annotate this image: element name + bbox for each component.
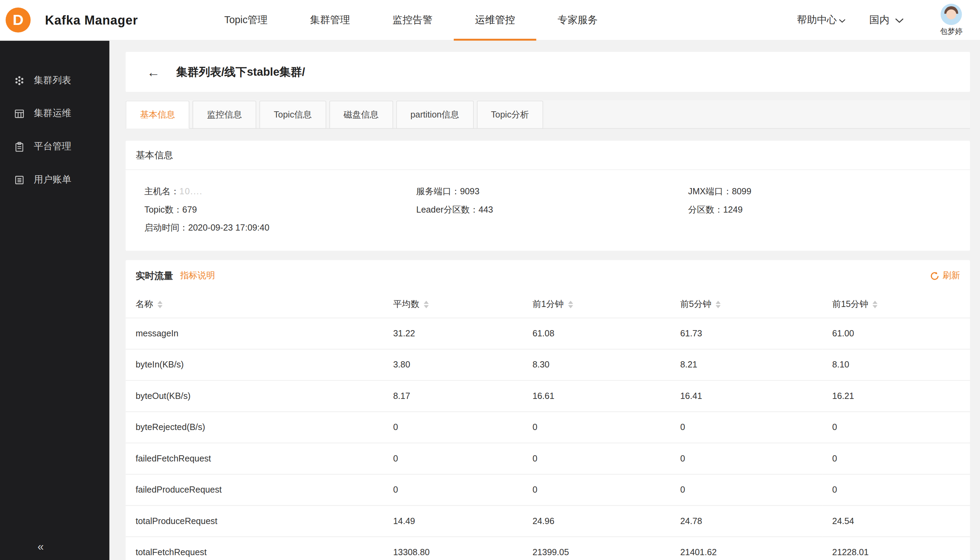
sidebar-item-label: 集群列表 — [34, 74, 72, 86]
sidebar-item-cluster-list[interactable]: 集群列表 — [0, 63, 110, 97]
page-title: 集群列表/线下stable集群/ — [176, 64, 305, 79]
app-logo[interactable]: D — [5, 8, 30, 32]
realtime-traffic-title: 实时流量 — [135, 270, 173, 282]
metric-name: totalProduceRequest — [126, 505, 383, 536]
header-right: 帮助中心 国内 包梦婷 — [797, 3, 962, 37]
sidebar-item-label: 用户账单 — [34, 174, 72, 186]
cluster-ops-icon — [14, 108, 25, 119]
username: 包梦婷 — [940, 26, 962, 37]
tab-partition-info[interactable]: partition信息 — [396, 101, 473, 128]
help-center-link[interactable]: 帮助中心 — [797, 13, 845, 27]
basic-info-card-title: 基本信息 — [126, 141, 970, 170]
app-title: Kafka Manager — [45, 13, 138, 27]
column-header-last-5min[interactable]: 前5分钟 — [671, 292, 822, 318]
nav-item-ops[interactable]: 运维管控 — [454, 0, 536, 40]
collapse-icon: « — [38, 540, 44, 553]
sort-icon[interactable] — [872, 301, 877, 308]
top-nav: Topic管理 集群管理 监控告警 运维管控 专家服务 — [203, 0, 619, 40]
column-header-average[interactable]: 平均数 — [383, 292, 522, 318]
metric-name: totalFetchRequest — [126, 537, 383, 560]
basic-info-card: 基本信息 主机名：10.... 服务端口：9093 JMX端口：8099 Top… — [126, 141, 970, 251]
metric-name: byteRejected(B/s) — [126, 412, 383, 442]
metric-explanation-link[interactable]: 指标说明 — [180, 270, 215, 282]
nav-item-cluster[interactable]: 集群管理 — [289, 0, 371, 40]
tab-disk-info[interactable]: 磁盘信息 — [329, 101, 393, 128]
back-arrow-icon[interactable]: ← — [147, 65, 160, 78]
tab-basic-info[interactable]: 基本信息 — [126, 101, 190, 128]
main-content: ← 集群列表/线下stable集群/ 基本信息 监控信息 Topic信息 磁盘信… — [110, 41, 980, 560]
column-header-name[interactable]: 名称 — [126, 292, 383, 318]
sort-icon[interactable] — [568, 301, 573, 308]
sort-icon[interactable] — [424, 301, 429, 308]
nav-item-topic[interactable]: Topic管理 — [203, 0, 288, 40]
avatar[interactable] — [941, 3, 962, 25]
sidebar-item-label: 平台管理 — [34, 141, 72, 152]
field-topic-count: Topic数：679 — [145, 201, 416, 219]
app-window: D Kafka Manager Topic管理 集群管理 监控告警 运维管控 专… — [0, 0, 980, 560]
platform-admin-icon — [14, 141, 25, 152]
region-select[interactable]: 国内 — [869, 13, 903, 27]
nav-item-monitor[interactable]: 监控告警 — [371, 0, 454, 40]
metric-name: byteIn(KB/s) — [126, 349, 383, 380]
region-label: 国内 — [869, 13, 890, 27]
tab-bar: 基本信息 监控信息 Topic信息 磁盘信息 partition信息 Topic… — [126, 100, 970, 128]
table-row: totalFetchRequest 13308.80 21399.05 2140… — [126, 537, 970, 560]
sidebar-item-cluster-ops[interactable]: 集群运维 — [0, 97, 110, 130]
field-service-port: 服务端口：9093 — [416, 183, 688, 200]
table-row: byteIn(KB/s) 3.80 8.30 8.21 8.10 — [126, 349, 970, 380]
chevron-down-icon — [895, 15, 903, 26]
realtime-traffic-card: 实时流量 指标说明 刷新 — [126, 260, 970, 560]
metric-name: byteOut(KB/s) — [126, 380, 383, 412]
refresh-label: 刷新 — [942, 270, 960, 282]
table-row: failedFetchRequest 0 0 0 0 — [126, 443, 970, 474]
refresh-icon — [930, 271, 939, 280]
field-hostname: 主机名：10.... — [145, 183, 416, 200]
table-row: totalProduceRequest 14.49 24.96 24.78 24… — [126, 505, 970, 536]
cluster-list-icon — [14, 75, 25, 86]
nav-item-expert[interactable]: 专家服务 — [536, 0, 619, 40]
table-header-row: 名称 平均数 前1分钟 前5分钟 — [126, 292, 970, 318]
field-partition-count: 分区数：1249 — [688, 201, 960, 219]
breadcrumb-card: ← 集群列表/线下stable集群/ — [126, 52, 970, 92]
tab-topic-info[interactable]: Topic信息 — [260, 101, 326, 128]
help-center-label: 帮助中心 — [797, 13, 837, 27]
sidebar: 集群列表 集群运维 — [0, 41, 110, 560]
sidebar-menu: 集群列表 集群运维 — [0, 41, 110, 196]
sidebar-item-platform-admin[interactable]: 平台管理 — [0, 130, 110, 163]
field-leader-partitions: Leader分区数：443 — [416, 201, 688, 219]
tab-monitor-info[interactable]: 监控信息 — [193, 101, 256, 128]
field-start-time: 启动时间：2020-09-23 17:09:40 — [145, 219, 416, 237]
sidebar-item-user-bill[interactable]: 用户账单 — [0, 163, 110, 196]
sort-icon[interactable] — [158, 301, 162, 308]
realtime-traffic-header: 实时流量 指标说明 刷新 — [126, 260, 970, 291]
user-profile[interactable]: 包梦婷 — [940, 3, 962, 37]
table-row: messageIn 31.22 61.08 61.73 61.00 — [126, 318, 970, 349]
sort-icon[interactable] — [715, 301, 720, 308]
metric-name: failedFetchRequest — [126, 443, 383, 474]
top-header: D Kafka Manager Topic管理 集群管理 监控告警 运维管控 专… — [0, 0, 980, 41]
table-row: failedProduceRequest 0 0 0 0 — [126, 474, 970, 505]
table-row: byteRejected(B/s) 0 0 0 0 — [126, 412, 970, 442]
column-header-last-15min[interactable]: 前15分钟 — [822, 292, 970, 318]
basic-info-grid: 主机名：10.... 服务端口：9093 JMX端口：8099 Topic数：6… — [126, 170, 970, 237]
column-header-last-1min[interactable]: 前1分钟 — [522, 292, 671, 318]
metric-name: messageIn — [126, 318, 383, 349]
chevron-down-icon — [839, 15, 845, 26]
sidebar-item-label: 集群运维 — [34, 108, 72, 119]
metric-name: failedProduceRequest — [126, 474, 383, 505]
table-row: byteOut(KB/s) 8.17 16.61 16.41 16.21 — [126, 380, 970, 412]
user-bill-icon — [14, 174, 25, 186]
tab-topic-analysis[interactable]: Topic分析 — [476, 101, 543, 128]
metrics-table: 名称 平均数 前1分钟 前5分钟 — [126, 292, 970, 560]
field-jmx-port: JMX端口：8099 — [688, 183, 960, 200]
refresh-button[interactable]: 刷新 — [930, 270, 960, 282]
sidebar-collapse-button[interactable]: « — [0, 533, 110, 560]
